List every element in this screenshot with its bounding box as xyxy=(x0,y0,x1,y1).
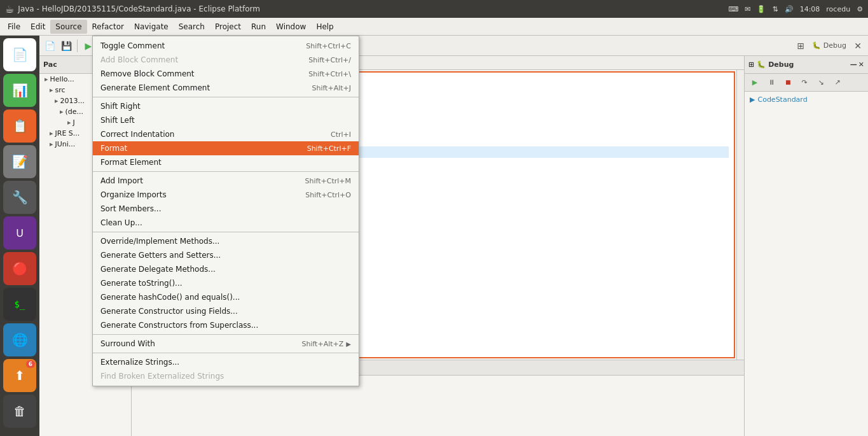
volume-icon: 🔊 xyxy=(785,5,794,13)
format-shortcut: Shift+Ctrl+F xyxy=(307,144,351,153)
dock-icon-red[interactable]: 🔴 xyxy=(3,252,36,285)
menu-clean-up[interactable]: Clean Up... xyxy=(93,216,359,230)
menu-generate-constructors-superclass[interactable]: Generate Constructors from Superclass... xyxy=(93,318,359,332)
dock-icon-folder[interactable]: 🗑 xyxy=(3,395,36,428)
tree-label-jre: JRE S... xyxy=(55,129,80,137)
sep-5 xyxy=(93,353,359,353)
menu-organize-imports[interactable]: Organize Imports Shift+Ctrl+O xyxy=(93,188,359,202)
debug-step-in[interactable]: ↘ xyxy=(813,75,829,90)
menu-search[interactable]: Search xyxy=(174,20,210,34)
menu-shift-left[interactable]: Shift Left xyxy=(93,113,359,127)
generate-constructors-superclass-label: Generate Constructors from Superclass... xyxy=(100,321,258,330)
tree-label-hello: Hello... xyxy=(50,75,74,83)
system-tray: ⌨ ✉ 🔋 ⇅ 🔊 14:08 rocedu ⚙ xyxy=(728,5,863,13)
menu-format[interactable]: Format Shift+Ctrl+F xyxy=(93,141,359,155)
tree-label-j: J xyxy=(73,118,75,127)
explorer-title: Pac xyxy=(43,60,57,69)
menu-externalize-strings[interactable]: Externalize Strings... xyxy=(93,355,359,369)
debug-step-out[interactable]: ↗ xyxy=(830,75,845,90)
generate-getters-setters-label: Generate Getters and Setters... xyxy=(100,251,221,260)
dock-icon-purple[interactable]: U xyxy=(3,216,36,250)
organize-imports-shortcut: Shift+Ctrl+O xyxy=(305,191,351,199)
menu-shift-right[interactable]: Shift Right xyxy=(93,99,359,113)
tree-label-juni: JUni... xyxy=(55,140,76,148)
dock-icon-dash[interactable]: 🔧 xyxy=(3,181,36,214)
toggle-comment-shortcut: Shift+Ctrl+C xyxy=(306,42,351,50)
editor-scrollbar[interactable] xyxy=(736,70,744,360)
add-block-comment-label: Add Block Comment xyxy=(100,55,178,64)
dock-icon-orange2[interactable]: ⬆ 6 xyxy=(3,359,36,392)
dock-icon-presentation[interactable]: 📋 xyxy=(3,109,36,143)
menu-override-implement[interactable]: Override/Implement Methods... xyxy=(93,234,359,248)
find-broken-strings-label: Find Broken Externalized Strings xyxy=(100,372,224,381)
menu-add-block-comment: Add Block Comment Shift+Ctrl+/ xyxy=(93,53,359,67)
app-icon: ☕ xyxy=(5,3,14,15)
window-title: Java - HelloJDB/20135115/CodeStandard.ja… xyxy=(18,4,260,13)
dock-icon-blue[interactable]: 🌐 xyxy=(3,323,36,356)
debug-minimize[interactable]: — xyxy=(850,60,857,69)
menu-generate-getters-setters[interactable]: Generate Getters and Setters... xyxy=(93,248,359,262)
menu-correct-indentation[interactable]: Correct Indentation Ctrl+I xyxy=(93,127,359,141)
debug-close[interactable]: ✕ xyxy=(858,60,864,69)
menu-generate-constructor-fields[interactable]: Generate Constructor using Fields... xyxy=(93,304,359,318)
menu-generate-tostring[interactable]: Generate toString()... xyxy=(93,276,359,290)
debug-panel-header: ⊞ 🐛 Debug — ✕ xyxy=(745,56,868,74)
debug-content: ▶ CodeStandard xyxy=(745,92,868,108)
menu-toggle-comment[interactable]: Toggle Comment Shift+Ctrl+C xyxy=(93,39,359,53)
mail-icon: ✉ xyxy=(745,5,750,13)
debug-resume[interactable]: ▶ xyxy=(747,75,762,90)
menu-sort-members[interactable]: Sort Members... xyxy=(93,202,359,216)
dock-icon-spreadsheet[interactable]: 📊 xyxy=(3,74,36,107)
debug-class-label: CodeStandard xyxy=(757,95,807,104)
sep-2 xyxy=(93,171,359,172)
format-element-label: Format Element xyxy=(100,158,162,167)
username: rocedu xyxy=(826,5,850,13)
dock-icon-documents[interactable]: 📄 xyxy=(3,38,36,71)
debug-stop[interactable]: ⏹ xyxy=(780,75,796,90)
surround-with-arrow: ▶ xyxy=(346,341,351,348)
menu-edit[interactable]: Edit xyxy=(25,20,50,34)
menu-help[interactable]: Help xyxy=(311,20,338,34)
left-dock: 📄 📊 📋 📝 🔧 U 🔴 $_ 🌐 ⬆ 6 🗑 xyxy=(0,36,39,436)
menu-add-import[interactable]: Add Import Shift+Ctrl+M xyxy=(93,174,359,188)
sep-4 xyxy=(93,334,359,335)
menu-run[interactable]: Run xyxy=(246,20,271,34)
sep-1 xyxy=(93,97,359,97)
debug-suspend[interactable]: ⏸ xyxy=(764,75,779,90)
menu-surround-with[interactable]: Surround With Shift+Alt+Z ▶ xyxy=(93,337,359,351)
tree-arrow-2013: ▸ xyxy=(55,97,59,105)
sep1 xyxy=(77,39,78,52)
menu-navigate[interactable]: Navigate xyxy=(129,20,174,34)
menu-source[interactable]: Source xyxy=(50,20,86,34)
tree-arrow-hello: ▸ xyxy=(45,75,48,83)
menu-remove-block-comment[interactable]: Remove Block Comment Shift+Ctrl+\ xyxy=(93,67,359,81)
menu-file[interactable]: File xyxy=(3,20,25,34)
menu-refactor[interactable]: Refactor xyxy=(87,20,129,34)
tree-arrow-juni: ▸ xyxy=(50,140,53,148)
debug-run-icon: ▶ xyxy=(750,95,755,104)
menu-format-element[interactable]: Format Element xyxy=(93,155,359,169)
override-implement-label: Override/Implement Methods... xyxy=(100,237,219,246)
save-btn[interactable]: 💾 xyxy=(59,38,74,53)
new-btn[interactable]: 📄 xyxy=(42,38,57,53)
debug-label[interactable]: 🐛 Debug xyxy=(809,38,849,53)
debug-panel-title: 🐛 xyxy=(757,60,766,69)
debug-step-over[interactable]: ↷ xyxy=(797,75,812,90)
externalize-strings-label: Externalize Strings... xyxy=(100,358,179,367)
menu-generate-delegate[interactable]: Generate Delegate Methods... xyxy=(93,262,359,276)
close-perspective-btn[interactable]: ✕ xyxy=(850,38,865,53)
menu-generate-hashcode-equals[interactable]: Generate hashCode() and equals()... xyxy=(93,290,359,304)
remove-block-comment-shortcut: Shift+Ctrl+\ xyxy=(308,70,351,78)
dock-icon-forms[interactable]: 📝 xyxy=(3,145,36,178)
menu-project[interactable]: Project xyxy=(210,20,246,34)
dock-badge: 6 xyxy=(26,360,35,368)
dock-icon-terminal[interactable]: $_ xyxy=(3,288,36,321)
tree-icon-j: ▸ xyxy=(67,118,71,127)
keyboard-icon: ⌨ xyxy=(728,5,738,13)
menu-window[interactable]: Window xyxy=(271,20,311,34)
maximize-btn[interactable]: ⊞ xyxy=(793,38,808,53)
network-icon: ⇅ xyxy=(772,5,778,13)
maximize-debug[interactable]: ⊞ xyxy=(748,60,754,69)
menu-generate-element-comment[interactable]: Generate Element Comment Shift+Alt+J xyxy=(93,81,359,95)
tree-arrow-jre: ▸ xyxy=(50,129,53,137)
